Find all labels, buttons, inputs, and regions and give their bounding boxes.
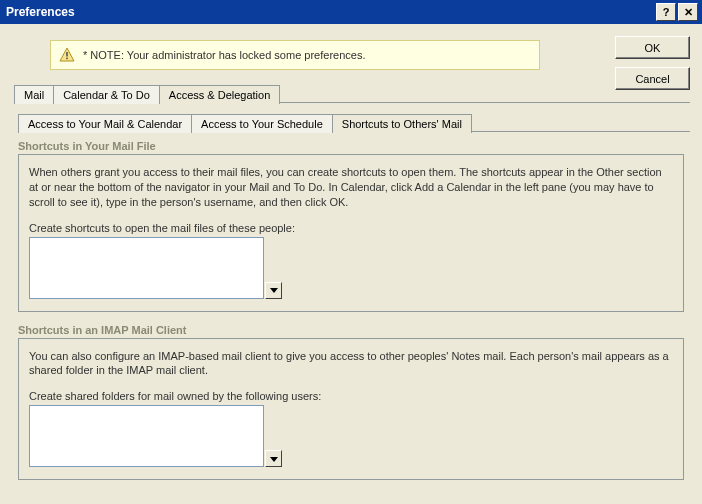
section-title: Shortcuts in Your Mail File (18, 140, 684, 152)
chevron-down-icon (270, 284, 278, 296)
subtab-access-mail-calendar[interactable]: Access to Your Mail & Calendar (18, 114, 192, 133)
help-button[interactable]: ? (656, 3, 676, 21)
help-icon: ? (663, 6, 670, 18)
locked-note: * NOTE: Your administrator has locked so… (50, 40, 540, 70)
title-bar: Preferences ? ✕ (0, 0, 702, 24)
shared-folders-picker[interactable] (265, 450, 282, 467)
shared-folders-input[interactable] (29, 405, 264, 467)
subtab-divider (471, 131, 690, 132)
subtab-shortcuts-others-mail[interactable]: Shortcuts to Others' Mail (332, 114, 472, 133)
locked-note-text: * NOTE: Your administrator has locked so… (83, 49, 365, 61)
subtab-access-schedule[interactable]: Access to Your Schedule (191, 114, 333, 133)
tab-divider (279, 102, 690, 103)
tab-calendar-todo[interactable]: Calendar & To Do (53, 85, 160, 104)
shortcuts-people-input[interactable] (29, 237, 264, 299)
svg-rect-2 (66, 58, 68, 60)
ok-button[interactable]: OK (615, 36, 690, 59)
section-shortcuts-imap: Shortcuts in an IMAP Mail Client You can… (18, 324, 684, 481)
section-shortcuts-mailfile: Shortcuts in Your Mail File When others … (18, 140, 684, 312)
chevron-down-icon (270, 453, 278, 465)
close-icon: ✕ (684, 6, 693, 19)
main-tabs: Mail Calendar & To Do Access & Delegatio… (14, 84, 690, 103)
close-button[interactable]: ✕ (678, 3, 698, 21)
tab-access-delegation[interactable]: Access & Delegation (159, 85, 281, 104)
svg-rect-1 (66, 52, 68, 57)
sub-tabs: Access to Your Mail & Calendar Access to… (18, 113, 690, 132)
shortcuts-people-picker[interactable] (265, 282, 282, 299)
tab-mail[interactable]: Mail (14, 85, 54, 104)
svg-marker-3 (270, 288, 278, 293)
window-title: Preferences (6, 5, 654, 19)
section-title: Shortcuts in an IMAP Mail Client (18, 324, 684, 336)
svg-marker-4 (270, 457, 278, 462)
section-description: When others grant you access to their ma… (29, 165, 669, 210)
warning-icon (59, 47, 75, 63)
section-description: You can also configure an IMAP-based mai… (29, 349, 669, 379)
shortcuts-people-label: Create shortcuts to open the mail files … (29, 222, 673, 234)
cancel-button[interactable]: Cancel (615, 67, 690, 90)
shared-folders-label: Create shared folders for mail owned by … (29, 390, 673, 402)
